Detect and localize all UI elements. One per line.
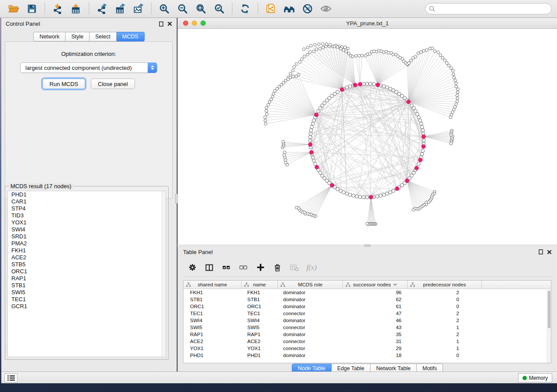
zoom-out-icon[interactable]	[176, 2, 189, 15]
column-header-successor-nodes[interactable]: successor nodes	[343, 281, 408, 289]
network-window-titlebar: YPA_prune.txt_1	[178, 18, 557, 29]
column-header-shared-name[interactable]: shared name	[183, 281, 242, 289]
export-image-icon[interactable]	[132, 2, 145, 15]
tab-network[interactable]: Network	[33, 32, 66, 41]
search-box	[425, 3, 552, 14]
export-table-icon[interactable]	[114, 2, 127, 15]
column-header-name[interactable]: name	[242, 281, 278, 289]
mcds-result-item[interactable]: SWI5	[8, 289, 166, 296]
cell: 2	[408, 289, 482, 296]
mcds-result-item[interactable]: STP4	[8, 205, 166, 212]
table-row[interactable]: PHD1PHD1dominator180	[183, 352, 551, 359]
tab-select[interactable]: Select	[90, 32, 117, 41]
mcds-result-item[interactable]: SWI4	[8, 226, 166, 233]
clone-network-icon[interactable]	[264, 2, 277, 15]
application-window: Control Panel NetworkStyleSelectMCDS Opt…	[0, 0, 557, 388]
table-row[interactable]: TEC1TEC1connector472	[183, 310, 551, 317]
optimization-criterion-select[interactable]: largest connected component (undirected)	[20, 62, 157, 73]
toggle-panel-icon[interactable]	[204, 263, 214, 272]
mcds-result-item[interactable]: SRD1	[8, 233, 166, 240]
close-table-panel-icon[interactable]	[547, 250, 552, 254]
control-panel: Control Panel NetworkStyleSelectMCDS Opt…	[1, 18, 177, 371]
panel-list-button[interactable]	[4, 373, 17, 382]
network-canvas[interactable]	[178, 29, 557, 244]
float-table-panel-icon[interactable]	[539, 249, 543, 254]
mcds-result-item[interactable]: CAR1	[8, 198, 166, 205]
zoom-window-button[interactable]	[201, 21, 206, 26]
apply-function-icon: f(x)	[307, 263, 316, 272]
mcds-result-item[interactable]: ORC1	[8, 268, 166, 275]
table-panel: Table Panel f(x) shared namenameMCDS rol…	[177, 247, 557, 371]
mcds-result-item[interactable]: STB5	[8, 261, 166, 268]
network-window-title: YPA_prune.txt_1	[346, 20, 388, 27]
save-session-icon[interactable]	[25, 2, 38, 15]
float-panel-icon[interactable]	[159, 21, 163, 27]
column-header-predecessor-nodes[interactable]: predecessor nodes	[408, 281, 482, 289]
cell: dominator	[278, 296, 343, 303]
export-network-icon[interactable]	[95, 2, 108, 15]
table-row[interactable]: ORC1ORC1dominator610	[183, 303, 551, 310]
mcds-result-item[interactable]: GCR1	[8, 303, 166, 310]
show-annotations-icon[interactable]	[319, 2, 332, 15]
run-mcds-button[interactable]: Run MCDS	[42, 79, 85, 89]
cell: 1	[408, 338, 482, 345]
add-row-icon[interactable]	[256, 263, 265, 272]
cell: 43	[343, 324, 408, 331]
import-network-icon[interactable]	[51, 2, 64, 15]
zoom-selected-icon[interactable]	[213, 2, 226, 15]
cell: 2	[408, 317, 482, 324]
table-panel-title: Table Panel	[183, 249, 213, 255]
cell: connector	[278, 324, 343, 331]
network-overview-icon[interactable]	[283, 2, 296, 15]
table-row[interactable]: RAP1RAP1dominator352	[183, 331, 551, 338]
table-row[interactable]: SWI5SWI5connector431	[183, 324, 551, 331]
close-panel-button[interactable]: Close panel	[91, 79, 135, 89]
column-settings-icon[interactable]	[187, 263, 197, 272]
mcds-result-item[interactable]: STB1	[8, 282, 166, 289]
refresh-network-icon[interactable]	[239, 2, 252, 15]
close-panel-icon[interactable]	[167, 21, 172, 26]
memory-button[interactable]: Memory	[518, 373, 552, 382]
column-header-MCDS-role[interactable]: MCDS role	[278, 281, 343, 289]
import-table-icon[interactable]	[69, 2, 83, 15]
delete-row-icon[interactable]	[273, 263, 282, 272]
select-all-icon[interactable]	[221, 263, 231, 272]
mcds-result-item[interactable]: YOX1	[8, 219, 166, 226]
mcds-result-item[interactable]: PMA2	[8, 240, 166, 247]
tab-style[interactable]: Style	[66, 32, 90, 41]
network-view-window: YPA_prune.txt_1	[177, 18, 557, 244]
control-panel-tabs: NetworkStyleSelectMCDS	[1, 32, 176, 41]
cell: FKH1	[183, 289, 242, 296]
mcds-result-item[interactable]: ACE2	[8, 254, 166, 261]
table-row[interactable]: SWI4SWI4dominator462	[183, 317, 551, 324]
mcds-result-item[interactable]: RAP1	[8, 275, 166, 282]
tab-mcds[interactable]: MCDS	[117, 32, 145, 41]
vertical-splitter[interactable]	[175, 194, 178, 203]
mcds-result-item[interactable]: PHD1	[8, 191, 166, 198]
minimize-window-button[interactable]	[192, 21, 197, 26]
search-icon	[429, 6, 436, 12]
table-row[interactable]: YOX1YOX1connector291	[183, 345, 551, 352]
zoom-in-icon[interactable]	[158, 2, 171, 15]
cell: 0	[408, 352, 482, 359]
cell: YOX1	[183, 345, 242, 352]
mcds-result-item[interactable]: TID3	[8, 212, 166, 219]
hide-graphics-details-icon[interactable]	[301, 2, 314, 15]
table-row[interactable]: STB1STB1dominator620	[183, 296, 551, 303]
mcds-result-item[interactable]: TEC1	[8, 296, 166, 303]
cell: ACE2	[242, 338, 278, 345]
close-window-button[interactable]	[183, 21, 188, 26]
cell: SWI4	[183, 317, 242, 324]
cell: FKH1	[242, 289, 278, 296]
mcds-list-scrollbar[interactable]	[162, 191, 166, 357]
cell: 62	[343, 296, 408, 303]
table-row[interactable]: FKH1FKH1dominator962	[183, 289, 551, 296]
table-row[interactable]: ACE2ACE2connector311	[183, 338, 551, 345]
search-input[interactable]	[436, 6, 548, 12]
open-file-icon[interactable]	[7, 2, 20, 15]
mcds-result-item[interactable]: FKH1	[8, 247, 166, 254]
unselect-all-icon[interactable]	[239, 263, 248, 272]
zoom-fit-icon[interactable]	[194, 2, 208, 15]
table-scrollbar[interactable]	[547, 289, 551, 363]
optimization-criterion-label: Optimization criterion:	[5, 51, 172, 57]
